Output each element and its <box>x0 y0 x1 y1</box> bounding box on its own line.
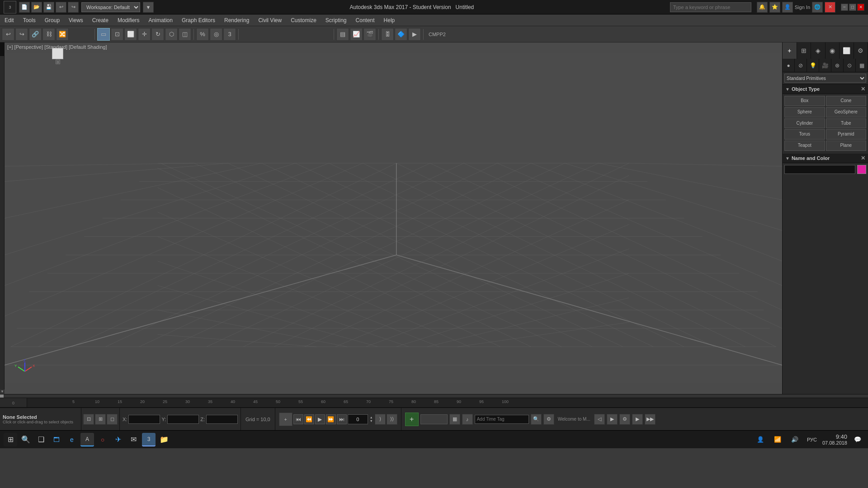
sign-in-btn[interactable]: Sign In <box>795 5 810 10</box>
playback-settings-btn[interactable]: ⟩⟩ <box>387 414 397 425</box>
search2-icon[interactable]: ⭐ <box>769 2 780 13</box>
undo-btn[interactable]: ↩ <box>56 2 66 13</box>
layer-btn[interactable]: ▤ <box>336 28 349 41</box>
menu-item-customize[interactable]: Customize <box>286 14 321 26</box>
z-coord-input[interactable] <box>206 415 238 424</box>
save-file-btn[interactable]: 💾 <box>43 2 54 13</box>
render-view-btn[interactable]: ▶ <box>408 28 421 41</box>
menu-item-help[interactable]: Help <box>379 14 400 26</box>
menu-item-group[interactable]: Group <box>40 14 64 26</box>
new-file-btn[interactable]: 📄 <box>19 2 30 13</box>
viewport-container[interactable]: [+] [Perspective] [Standard] [Default Sh… <box>5 42 782 394</box>
maximize-btn[interactable]: □ <box>849 4 856 11</box>
misc-btn2[interactable]: ▶ <box>607 414 618 425</box>
minimize-btn[interactable]: − <box>841 4 848 11</box>
rotate-btn[interactable]: ↻ <box>151 28 164 41</box>
select-filter-btn[interactable]: ⬜ <box>124 28 137 41</box>
object-type-close[interactable]: ✕ <box>861 86 865 92</box>
add-key-btn[interactable]: + <box>405 413 419 426</box>
tray-person-icon[interactable]: 👤 <box>754 433 767 446</box>
action-center-icon[interactable]: 💬 <box>851 433 864 446</box>
ot-btn-cylinder[interactable]: Cylinder <box>784 118 825 129</box>
rptab-utilities[interactable]: ⚙ <box>854 42 868 59</box>
prev-frame-btn[interactable]: ⏪ <box>304 414 314 424</box>
current-frame-input[interactable] <box>348 414 368 424</box>
taskbar-edge-icon[interactable]: e <box>65 433 79 446</box>
frame-down-btn[interactable]: ▼ <box>370 419 373 422</box>
close-app-icon[interactable]: ✕ <box>825 2 835 13</box>
bind-btn[interactable]: 🔀 <box>56 28 69 41</box>
workspace-selector[interactable]: Workspace: Default <box>81 2 140 12</box>
name-color-header[interactable]: ▼ Name and Color ✕ <box>783 154 868 163</box>
rptab-motion[interactable]: ◉ <box>826 42 840 59</box>
select-region-btn[interactable]: ⊡ <box>111 28 123 41</box>
curve-editor-btn[interactable]: 📈 <box>350 28 363 41</box>
pivot-btn[interactable]: ◎ <box>210 28 222 41</box>
taskbar-opera-icon[interactable]: ○ <box>96 433 109 446</box>
start-btn[interactable]: ⊞ <box>4 433 17 446</box>
tag-settings-btn[interactable]: ⚙ <box>543 414 554 425</box>
close-btn[interactable]: ✕ <box>857 4 864 11</box>
mirror-btn[interactable]: ◫ <box>179 28 191 41</box>
ot-btn-box[interactable]: Box <box>784 96 825 106</box>
menu-item-modifiers[interactable]: Modifiers <box>113 14 144 26</box>
help-icon[interactable]: 🔔 <box>757 2 768 13</box>
misc-btn3[interactable]: ⚙ <box>619 414 630 425</box>
menu-item-views[interactable]: Views <box>64 14 88 26</box>
redo-toolbar-btn[interactable]: ↪ <box>15 28 28 41</box>
ot-btn-plane[interactable]: Plane <box>826 141 867 151</box>
go-end-btn[interactable]: ⏭ <box>337 414 347 424</box>
next-frame-btn[interactable]: ⏩ <box>326 414 336 424</box>
menu-item-content[interactable]: Content <box>351 14 379 26</box>
rptab2-spacewarps[interactable]: ⊙ <box>844 59 856 72</box>
x-coord-input[interactable] <box>128 415 160 424</box>
select-btn[interactable]: ▭ <box>97 28 110 41</box>
menu-item-graph-editors[interactable]: Graph Editors <box>177 14 220 26</box>
rptab-hierarchy[interactable]: ◈ <box>811 42 826 59</box>
menu-item-tools[interactable]: Tools <box>19 14 40 26</box>
object-type-header[interactable]: ▼ Object Type ✕ <box>783 84 868 94</box>
menu-item-rendering[interactable]: Rendering <box>220 14 254 26</box>
user-icon[interactable]: 👤 <box>782 2 793 13</box>
key-mode-btn[interactable]: ⟩ <box>375 414 386 425</box>
standard-primitives-select[interactable]: Standard Primitives <box>784 74 866 83</box>
render-setup-btn[interactable]: 🎛 <box>381 28 394 41</box>
taskbar-search-btn[interactable]: 🔍 <box>19 433 33 446</box>
rptab2-helpers[interactable]: ⊛ <box>831 59 844 72</box>
taskbar-task-view-btn[interactable]: ❑ <box>34 433 48 446</box>
status-icon2[interactable]: ⊞ <box>95 414 106 425</box>
move-btn[interactable]: ✛ <box>138 28 151 41</box>
dope-sheet-btn[interactable]: 🎬 <box>363 28 376 41</box>
misc-btn5[interactable]: ▶▶ <box>645 414 656 425</box>
tray-network-icon[interactable]: 📶 <box>771 433 784 446</box>
tray-volume-icon[interactable]: 🔊 <box>788 433 802 446</box>
menu-item-animation[interactable]: Animation <box>144 14 177 26</box>
undo-toolbar-btn[interactable]: ↩ <box>2 28 14 41</box>
taskbar-mail-icon[interactable]: ✉ <box>127 433 140 446</box>
rptab2-lights[interactable]: 💡 <box>807 59 819 72</box>
rptab-create[interactable]: + <box>783 42 797 59</box>
taskbar-explorer-icon[interactable]: 🗔 <box>50 433 63 446</box>
sound-btn[interactable]: ♪ <box>462 414 473 425</box>
menu-item-scripting[interactable]: Scripting <box>321 14 351 26</box>
search-tag-btn[interactable]: 🔍 <box>531 414 542 425</box>
snap-btn[interactable]: 3 <box>223 28 236 41</box>
scroll-down-btn[interactable]: ▼ <box>0 389 5 394</box>
add-time-tag-input[interactable] <box>475 415 529 424</box>
rptab-display[interactable]: ⬜ <box>840 42 854 59</box>
filter-btn[interactable]: ▦ <box>449 414 460 425</box>
ot-btn-tube[interactable]: Tube <box>826 118 867 129</box>
render-btn[interactable]: 🔷 <box>395 28 407 41</box>
ot-btn-torus[interactable]: Torus <box>784 129 825 140</box>
rptab2-shapes[interactable]: ⊘ <box>795 59 807 72</box>
ref-coord-btn[interactable]: % <box>196 28 209 41</box>
redo-btn[interactable]: ↪ <box>68 2 79 13</box>
play-btn[interactable]: ▶ <box>315 414 325 424</box>
misc-btn1[interactable]: ◁ <box>594 414 605 425</box>
frame-up-btn[interactable]: ▲ <box>370 416 373 419</box>
tray-keyboard-icon[interactable]: РУС <box>805 433 819 446</box>
play-controls-icon[interactable]: + <box>279 413 292 426</box>
object-name-input[interactable] <box>784 165 855 174</box>
status-icon1[interactable]: ⊡ <box>83 414 94 425</box>
misc-btn4[interactable]: ▶ <box>632 414 643 425</box>
